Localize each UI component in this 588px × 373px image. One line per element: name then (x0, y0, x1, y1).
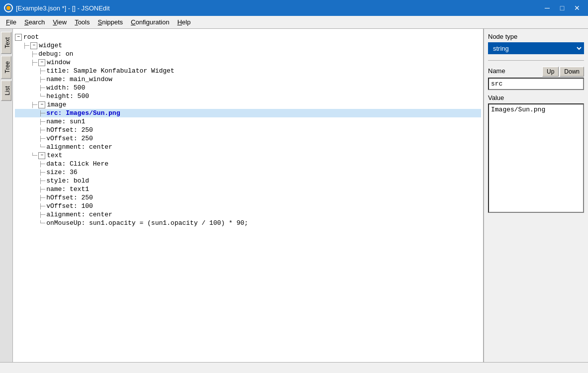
tree-row-title[interactable]: ├─ title: Sample Konfabulator Widget (15, 67, 481, 75)
tree-row-voffset-text[interactable]: ├─ vOffset: 100 (15, 202, 481, 210)
tree-label-width: width: 500 (46, 84, 85, 92)
tree-label-image: image (47, 101, 66, 108)
menu-configuration[interactable]: Configuration (127, 17, 173, 27)
minimize-button[interactable]: ─ (540, 2, 554, 13)
menu-search[interactable]: Search (20, 17, 49, 27)
tree-label-alignment-image: alignment: center (46, 143, 112, 151)
tree-row-alignment-image[interactable]: └─ alignment: center (15, 143, 481, 151)
tree-label-widget: widget (39, 42, 62, 49)
tree-label-voffset-text: vOffset: 100 (46, 202, 93, 210)
value-textarea[interactable] (488, 103, 584, 213)
name-input[interactable] (488, 78, 584, 90)
tree-label-hoffset-text: hOffset: 250 (46, 194, 93, 201)
tree-row-src[interactable]: ├─ src: Images/Sun.png (15, 109, 481, 117)
node-type-row: string number boolean object array null (488, 42, 584, 54)
tree-label-name-image: name: sun1 (46, 118, 85, 125)
sidebar-tabs: Text Tree List (0, 29, 13, 362)
tree-label-alignment-text: alignment: center (46, 211, 112, 218)
divider-1 (488, 60, 584, 61)
menu-tools[interactable]: Tools (71, 17, 94, 27)
menu-view[interactable]: View (49, 17, 71, 27)
tree-row-size[interactable]: ├─ size: 36 (15, 168, 481, 177)
title-bar-controls: ─ □ ✕ (540, 2, 584, 13)
tree-label-name-text: name: text1 (46, 186, 89, 193)
main-layout: Text Tree List − root ├─ − widget ├─ deb… (0, 29, 588, 362)
right-panel: Node type string number boolean object a… (484, 29, 588, 362)
tree-row-data[interactable]: ├─ data: Click Here (15, 160, 481, 168)
expand-window[interactable]: − (38, 59, 45, 66)
tree-label-size: size: 36 (46, 169, 77, 176)
tree-label-src: src: Images/Sun.png (46, 109, 120, 117)
node-type-select[interactable]: string number boolean object array null (488, 42, 584, 54)
name-row: Name Up Down (488, 67, 584, 77)
app-icon (4, 3, 13, 12)
value-label: Value (488, 94, 584, 101)
up-down-buttons: Up Down (542, 67, 584, 77)
tree-row-text[interactable]: └─ − text (15, 151, 481, 160)
tree-row-width[interactable]: ├─ width: 500 (15, 84, 481, 92)
tree-row-style[interactable]: ├─ style: bold (15, 177, 481, 185)
tree-label-height: height: 500 (46, 93, 89, 100)
tree-label-root: root (23, 33, 39, 41)
tree-row-name-window[interactable]: ├─ name: main_window (15, 75, 481, 84)
menu-snippets[interactable]: Snippets (94, 17, 127, 27)
expand-widget[interactable]: − (30, 42, 37, 49)
tree-label-text: text (47, 152, 62, 159)
menu-bar: File Search View Tools Snippets Configur… (0, 16, 588, 29)
tree-label-data: data: Click Here (46, 160, 108, 168)
title-bar: [Example3.json *] - [] - JSONEdit ─ □ ✕ (0, 0, 588, 16)
tree-label-debug: debug: on (38, 50, 73, 58)
up-button[interactable]: Up (542, 67, 559, 77)
tab-text[interactable]: Text (1, 32, 11, 54)
name-section: Name Up Down (488, 67, 584, 90)
tree-label-window: window (47, 59, 70, 66)
tab-list[interactable]: List (1, 81, 11, 101)
tree-label-hoffset: hOffset: 250 (46, 126, 93, 134)
expand-image[interactable]: − (38, 101, 45, 108)
tree-label-style: style: bold (46, 177, 89, 185)
expand-text[interactable]: − (38, 152, 45, 159)
close-button[interactable]: ✕ (570, 2, 584, 13)
tree-row-root[interactable]: − root (15, 33, 481, 41)
menu-help[interactable]: Help (173, 17, 195, 27)
tree-row-onmouseup[interactable]: └─ onMouseUp: sun1.opacity = (sun1.opaci… (15, 219, 481, 227)
status-bar (0, 362, 588, 373)
tree-row-debug[interactable]: ├─ debug: on (15, 50, 481, 58)
node-type-label: Node type (488, 33, 584, 40)
tree-area[interactable]: − root ├─ − widget ├─ debug: on ├─ − win… (13, 29, 484, 362)
tree-row-hoffset-text[interactable]: ├─ hOffset: 250 (15, 193, 481, 202)
tab-tree[interactable]: Tree (1, 56, 11, 79)
tree-row-name-image[interactable]: ├─ name: sun1 (15, 117, 481, 126)
tree-row-name-text[interactable]: ├─ name: text1 (15, 185, 481, 193)
tree-label-name-window: name: main_window (46, 76, 112, 83)
expand-root[interactable]: − (15, 34, 22, 41)
tree-row-voffset[interactable]: ├─ vOffset: 250 (15, 134, 481, 143)
down-button[interactable]: Down (560, 67, 584, 77)
svg-point-1 (6, 6, 10, 10)
node-type-section: Node type string number boolean object a… (488, 33, 584, 54)
tree-row-image[interactable]: ├─ − image (15, 100, 481, 109)
tree-row-alignment-text[interactable]: ├─ alignment: center (15, 210, 481, 219)
tree-row-height[interactable]: └─ height: 500 (15, 92, 481, 100)
tree-row-hoffset[interactable]: ├─ hOffset: 250 (15, 126, 481, 134)
tree-label-voffset: vOffset: 250 (46, 135, 93, 142)
tree-label-title: title: Sample Konfabulator Widget (46, 67, 174, 75)
tree-row-window[interactable]: ├─ − window (15, 58, 481, 67)
maximize-button[interactable]: □ (555, 2, 569, 13)
title-bar-text: [Example3.json *] - [] - JSONEdit (16, 4, 540, 12)
tree-label-onmouseup: onMouseUp: sun1.opacity = (sun1.opacity … (46, 219, 248, 227)
menu-file[interactable]: File (2, 17, 20, 27)
name-label: Name (488, 67, 505, 75)
value-section: Value (488, 94, 584, 214)
tree-row-widget[interactable]: ├─ − widget (15, 41, 481, 50)
